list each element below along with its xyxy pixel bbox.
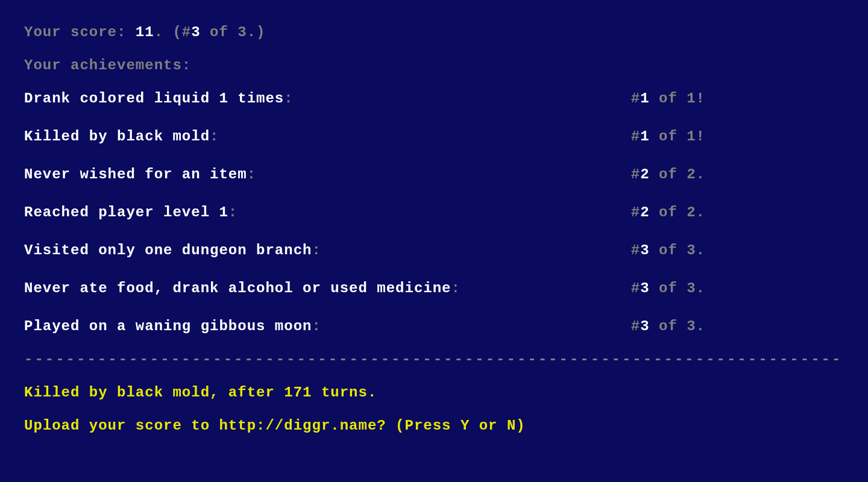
achievement-row: Killed by black mold:#1 of 1! — [24, 128, 705, 145]
achievement-colon: : — [210, 128, 219, 145]
rank-rest: of 1! — [650, 90, 705, 107]
achievement-colon: : — [312, 242, 321, 258]
rank-hash: # — [631, 280, 640, 296]
rank-number: 2 — [640, 204, 649, 221]
rank-rest: of 1! — [650, 128, 705, 145]
rank-number: 3 — [640, 318, 649, 334]
achievement-colon: : — [247, 166, 256, 183]
score-rank: 3 — [191, 24, 200, 40]
achievement-name: Killed by black mold — [24, 128, 210, 145]
achievement-text: Drank colored liquid 1 times: — [24, 90, 294, 107]
achievements-list: Drank colored liquid 1 times:#1 of 1!Kil… — [24, 90, 844, 334]
divider: ----------------------------------------… — [24, 351, 844, 368]
score-dot: . — [154, 24, 163, 40]
rank-rest: of 3. — [650, 242, 705, 258]
achievement-text: Never wished for an item: — [24, 166, 256, 183]
rank-number: 3 — [640, 280, 649, 296]
rank-rest: of 2. — [650, 166, 705, 183]
upload-prompt[interactable]: Upload your score to http://diggr.name? … — [24, 418, 844, 434]
rank-hash: # — [631, 128, 640, 145]
achievement-name: Visited only one dungeon branch — [24, 242, 312, 258]
achievement-colon: : — [451, 280, 461, 296]
achievement-name: Drank colored liquid 1 times — [24, 90, 284, 107]
score-value: 11 — [136, 24, 154, 40]
achievement-text: Killed by black mold: — [24, 128, 219, 145]
rank-number: 1 — [640, 128, 649, 145]
death-message: Killed by black mold, after 171 turns. — [24, 384, 844, 401]
rank-hash: # — [631, 166, 640, 183]
rank-rest: of 3. — [650, 318, 705, 334]
achievement-rank: #1 of 1! — [631, 128, 705, 145]
rank-hash: # — [631, 204, 640, 221]
achievement-row: Never wished for an item:#2 of 2. — [24, 166, 705, 183]
achievement-name: Reached player level 1 — [24, 204, 228, 221]
rank-number: 1 — [640, 90, 649, 107]
achievement-colon: : — [284, 90, 293, 107]
rank-number: 2 — [640, 166, 649, 183]
score-line: Your score: 11. (#3 of 3.) — [24, 24, 844, 40]
rank-hash: # — [631, 318, 640, 334]
achievements-header: Your achievements: — [24, 57, 844, 74]
rank-rest: of 2. — [650, 204, 705, 221]
achievement-rank: #2 of 2. — [631, 166, 705, 183]
rank-hash: # — [631, 242, 640, 258]
achievement-name: Played on a waning gibbous moon — [24, 318, 312, 334]
achievement-rank: #3 of 3. — [631, 242, 705, 258]
achievement-colon: : — [228, 204, 237, 221]
achievement-rank: #1 of 1! — [631, 90, 705, 107]
score-rank-prefix: (# — [163, 24, 191, 40]
rank-hash: # — [631, 90, 640, 107]
achievement-text: Reached player level 1: — [24, 204, 237, 221]
achievement-text: Never ate food, drank alcohol or used me… — [24, 280, 461, 296]
achievement-row: Never ate food, drank alcohol or used me… — [24, 280, 705, 296]
achievement-text: Visited only one dungeon branch: — [24, 242, 321, 258]
achievement-row: Reached player level 1:#2 of 2. — [24, 204, 705, 221]
rank-rest: of 3. — [650, 280, 705, 296]
achievement-name: Never ate food, drank alcohol or used me… — [24, 280, 451, 296]
achievement-text: Played on a waning gibbous moon: — [24, 318, 321, 334]
achievement-rank: #2 of 2. — [631, 204, 705, 221]
achievement-rank: #3 of 3. — [631, 280, 705, 296]
achievement-colon: : — [312, 318, 321, 334]
score-label: Your score: — [24, 24, 136, 40]
score-rank-suffix: of 3.) — [201, 24, 266, 40]
achievement-row: Played on a waning gibbous moon:#3 of 3. — [24, 318, 705, 334]
achievement-row: Visited only one dungeon branch:#3 of 3. — [24, 242, 705, 258]
achievement-row: Drank colored liquid 1 times:#1 of 1! — [24, 90, 705, 107]
achievement-rank: #3 of 3. — [631, 318, 705, 334]
achievement-name: Never wished for an item — [24, 166, 247, 183]
rank-number: 3 — [640, 242, 649, 258]
